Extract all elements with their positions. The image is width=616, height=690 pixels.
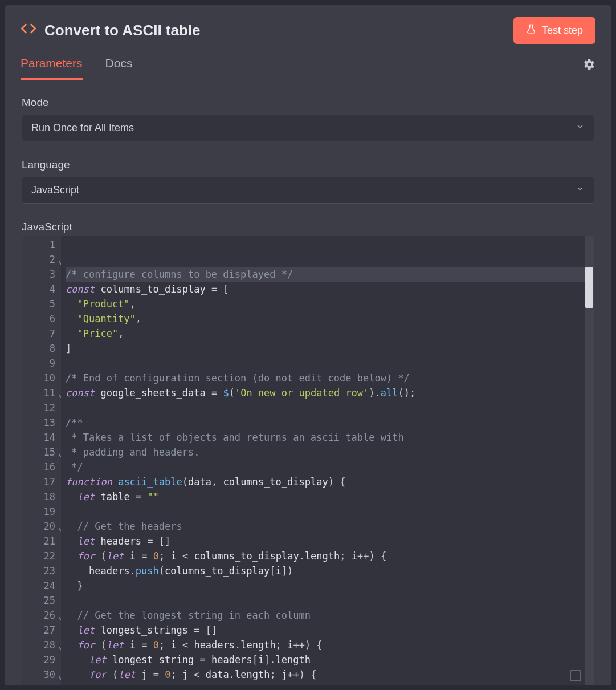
line-number: 5 — [22, 297, 61, 311]
language-label: Language — [22, 159, 594, 171]
line-number: 16 — [22, 460, 61, 474]
code-line[interactable]: * padding and headers. — [66, 445, 594, 460]
code-line[interactable]: } — [66, 578, 594, 593]
line-number: 26v — [22, 608, 61, 623]
code-line[interactable]: function ascii_table(data, columns_to_di… — [66, 474, 594, 489]
line-number: 30v — [22, 667, 61, 682]
line-number: 18 — [22, 489, 61, 504]
gear-icon[interactable] — [583, 58, 595, 74]
code-line[interactable]: "Quantity", — [66, 311, 594, 326]
code-line[interactable]: let table = "" — [66, 489, 594, 504]
code-line[interactable]: "Product", — [66, 297, 594, 311]
code-line[interactable]: for (let i = 0; i < headers.length; i++)… — [66, 638, 594, 652]
line-number: 9 — [22, 356, 61, 371]
code-line[interactable]: headers.push(columns_to_display[i]) — [66, 563, 594, 578]
language-value: JavaScript — [31, 184, 79, 196]
code-line[interactable] — [66, 504, 594, 519]
language-select[interactable]: JavaScript — [22, 177, 594, 204]
line-number: 29 — [22, 652, 61, 667]
code-icon — [21, 21, 36, 40]
code-line[interactable]: // Get the longest string in each column — [66, 608, 594, 623]
line-number: 8 — [22, 341, 61, 356]
mode-select[interactable]: Run Once for All Items — [22, 115, 594, 141]
tabs: Parameters Docs — [21, 52, 132, 80]
tab-parameters[interactable]: Parameters — [21, 52, 83, 80]
code-line[interactable]: for (let i = 0; i < columns_to_display.l… — [66, 549, 594, 563]
line-number: 22 — [22, 549, 61, 563]
test-step-label: Test step — [542, 25, 583, 36]
line-number: 12 — [22, 400, 61, 415]
line-number: 24 — [22, 578, 61, 593]
line-gutter: 12v34567891011v12131415v1617181920v21222… — [22, 236, 61, 685]
code-line[interactable]: let string_length = data[j].json[headers… — [66, 682, 594, 685]
scroll-thumb[interactable] — [585, 267, 593, 308]
header-left: Convert to ASCII table — [21, 21, 201, 40]
code-line[interactable] — [66, 356, 594, 371]
code-area[interactable]: /* configure columns to be displayed */c… — [61, 236, 594, 685]
line-number: 17 — [22, 474, 61, 489]
code-label: JavaScript — [22, 221, 594, 233]
scrollbar[interactable] — [585, 236, 594, 685]
node-panel: Convert to ASCII table Test step Paramet… — [5, 5, 611, 685]
line-number: 20v — [22, 519, 61, 534]
line-number: 27 — [22, 623, 61, 638]
code-line[interactable]: const google_sheets_data = $('On new or … — [66, 385, 594, 400]
line-number: 19 — [22, 504, 61, 519]
line-number: 2v — [22, 252, 61, 267]
line-number: 3 — [22, 267, 61, 282]
panel-title: Convert to ASCII table — [44, 22, 201, 39]
line-number: 4 — [22, 282, 61, 297]
code-line[interactable] — [66, 593, 594, 608]
code-line[interactable]: * Takes a list of objects and returns an… — [66, 430, 594, 445]
code-line[interactable]: ] — [66, 341, 594, 356]
mode-label: Mode — [22, 96, 594, 109]
tabs-row: Parameters Docs — [5, 52, 611, 80]
line-number: 13 — [22, 415, 61, 430]
line-number: 15v — [22, 445, 61, 460]
code-line[interactable]: /* End of configuration section (do not … — [66, 371, 594, 385]
expand-icon[interactable] — [570, 670, 581, 681]
tab-docs[interactable]: Docs — [105, 52, 133, 80]
code-line[interactable] — [66, 400, 594, 415]
chevron-down-icon — [576, 122, 585, 134]
line-number: 1 — [22, 237, 61, 252]
code-line[interactable]: "Price", — [66, 326, 594, 341]
line-number: 11v — [22, 385, 61, 400]
code-editor[interactable]: 12v34567891011v12131415v1617181920v21222… — [22, 236, 594, 685]
code-line[interactable]: /* configure columns to be displayed */ — [66, 267, 594, 282]
chevron-down-icon — [576, 184, 585, 196]
code-line[interactable]: let longest_strings = [] — [66, 623, 594, 638]
line-number: 7 — [22, 326, 61, 341]
code-line[interactable]: const columns_to_display = [ — [66, 282, 594, 297]
code-line[interactable]: let longest_string = headers[i].length — [66, 652, 594, 667]
line-number: 6 — [22, 311, 61, 326]
code-line[interactable]: */ — [66, 460, 594, 474]
flask-icon — [526, 24, 536, 37]
code-line[interactable]: // Get the headers — [66, 519, 594, 534]
mode-value: Run Once for All Items — [31, 122, 134, 134]
line-number: 21 — [22, 534, 61, 549]
parameters-content: Mode Run Once for All Items Language Jav… — [5, 80, 611, 685]
line-number: 23 — [22, 563, 61, 578]
line-number: 28v — [22, 638, 61, 652]
line-number: 14 — [22, 430, 61, 445]
code-line[interactable]: /** — [66, 415, 594, 430]
test-step-button[interactable]: Test step — [513, 17, 595, 44]
code-line[interactable]: let headers = [] — [66, 534, 594, 549]
line-number: 25 — [22, 593, 61, 608]
panel-header: Convert to ASCII table Test step — [5, 5, 611, 52]
code-line[interactable]: for (let j = 0; j < data.length; j++) { — [66, 667, 594, 682]
line-number: 10 — [22, 371, 61, 385]
